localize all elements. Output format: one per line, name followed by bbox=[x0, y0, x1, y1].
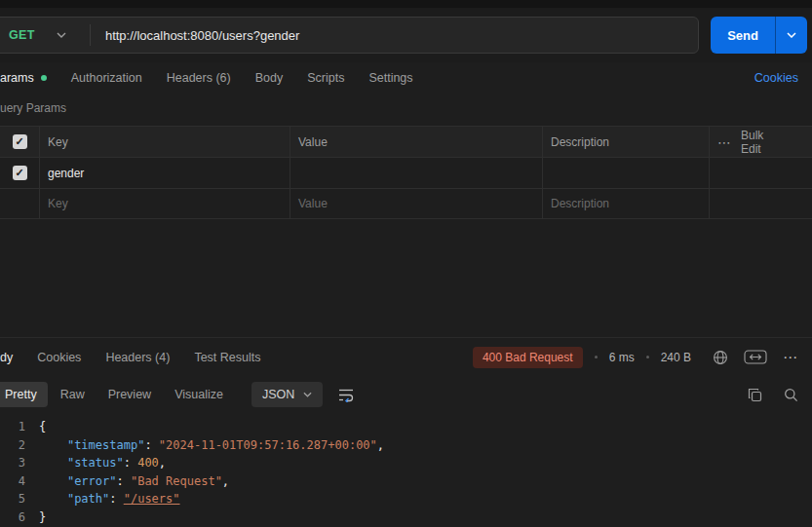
response-body-code: 1{2 "timestamp": "2024-11-01T09:57:16.28… bbox=[0, 413, 812, 526]
code-line-content: { bbox=[25, 418, 46, 436]
view-raw-button[interactable]: Raw bbox=[50, 382, 96, 407]
method-label: GET bbox=[9, 28, 35, 42]
param-description-cell[interactable] bbox=[542, 158, 709, 188]
view-pretty-button[interactable]: Pretty bbox=[0, 382, 48, 407]
dot-separator bbox=[595, 356, 598, 358]
request-url-container: GET bbox=[0, 17, 699, 54]
method-chevron-icon bbox=[57, 32, 66, 38]
response-size: 240 B bbox=[661, 351, 691, 364]
code-token: , bbox=[377, 438, 384, 452]
request-response-gap bbox=[0, 219, 812, 337]
response-toolbar: Pretty Raw Preview Visualize JSON bbox=[0, 376, 812, 413]
send-chevron-icon bbox=[787, 32, 796, 38]
app-window: GET Send arams Authorization Headers (6)… bbox=[0, 0, 812, 527]
code-token: : bbox=[109, 492, 123, 506]
column-header-description: Description bbox=[542, 127, 709, 157]
code-line: 6} bbox=[0, 508, 812, 527]
url-bar: GET Send bbox=[0, 8, 812, 62]
code-token: : bbox=[116, 474, 130, 488]
code-token: , bbox=[222, 474, 229, 488]
line-number: 6 bbox=[0, 508, 25, 527]
code-token: "status" bbox=[67, 456, 124, 470]
format-label: JSON bbox=[262, 388, 294, 401]
dot-separator bbox=[646, 356, 649, 358]
code-token: : bbox=[124, 456, 137, 470]
code-line: 1{ bbox=[0, 418, 812, 436]
send-options-button[interactable] bbox=[775, 17, 807, 54]
query-params-table: ✓ Key Value Description ⋯ Bulk Edit ✓ ge… bbox=[0, 126, 812, 219]
params-more-actions-icon[interactable]: ⋯ bbox=[717, 134, 731, 150]
tab-settings[interactable]: Settings bbox=[368, 71, 412, 85]
response-tab-headers[interactable]: Headers (4) bbox=[105, 351, 170, 364]
response-path-link[interactable]: "/users" bbox=[124, 492, 180, 506]
param-row-checkbox[interactable]: ✓ bbox=[13, 166, 27, 180]
code-line-content: "path": "/users" bbox=[25, 490, 180, 508]
line-number: 1 bbox=[0, 418, 25, 436]
resize-pane-icon[interactable] bbox=[742, 348, 769, 366]
wrap-lines-icon[interactable] bbox=[336, 386, 357, 404]
url-input[interactable] bbox=[91, 18, 698, 53]
tab-params-label: arams bbox=[0, 71, 34, 85]
response-more-options-icon[interactable]: ⋯ bbox=[781, 347, 800, 368]
response-tab-test-results[interactable]: Test Results bbox=[194, 351, 260, 364]
code-line-content: "timestamp": "2024-11-01T09:57:16.287+00… bbox=[25, 436, 384, 455]
code-line: 5 "path": "/users" bbox=[0, 490, 812, 508]
placeholder-key-cell[interactable]: Key bbox=[39, 189, 290, 218]
column-header-key: Key bbox=[39, 127, 290, 157]
tab-headers[interactable]: Headers (6) bbox=[167, 71, 231, 85]
code-line: 4 "error": "Bad Request", bbox=[0, 472, 812, 491]
code-token: "2024-11-01T09:57:16.287+00:00" bbox=[159, 438, 377, 452]
toolbar-right-icons bbox=[746, 386, 800, 404]
format-chevron-icon bbox=[303, 392, 312, 397]
tab-scripts[interactable]: Scripts bbox=[307, 71, 344, 85]
response-status-group: 400 Bad Request 6 ms 240 B ⋯ bbox=[473, 347, 800, 368]
tab-params[interactable]: arams bbox=[0, 71, 47, 85]
tab-body[interactable]: Body bbox=[255, 71, 284, 85]
column-header-value: Value bbox=[290, 127, 542, 157]
response-tab-body[interactable]: dy bbox=[0, 351, 13, 364]
response-header: dy Cookies Headers (4) Test Results 400 … bbox=[0, 337, 812, 376]
request-tab-bar: arams Authorization Headers (6) Body Scr… bbox=[0, 62, 812, 94]
select-all-checkbox[interactable]: ✓ bbox=[13, 134, 27, 149]
format-selector[interactable]: JSON bbox=[251, 382, 323, 407]
code-lines: 1{2 "timestamp": "2024-11-01T09:57:16.28… bbox=[0, 418, 812, 526]
placeholder-value-cell[interactable]: Value bbox=[290, 189, 542, 218]
code-token: "error" bbox=[67, 474, 117, 488]
code-token: : bbox=[144, 438, 158, 452]
params-active-dot bbox=[41, 75, 47, 81]
code-token: "timestamp" bbox=[67, 438, 144, 452]
tab-authorization[interactable]: Authorization bbox=[71, 71, 142, 85]
bulk-edit-button[interactable]: Bulk Edit bbox=[741, 129, 787, 156]
code-token: { bbox=[39, 420, 46, 433]
placeholder-description-cell[interactable]: Description bbox=[542, 189, 709, 218]
network-globe-icon[interactable] bbox=[711, 348, 730, 367]
code-token bbox=[39, 456, 67, 470]
response-tab-cookies[interactable]: Cookies bbox=[37, 351, 81, 364]
code-line-content: } bbox=[25, 508, 46, 527]
view-preview-button[interactable]: Preview bbox=[97, 382, 162, 407]
method-selector[interactable]: GET bbox=[0, 18, 90, 53]
cookies-link[interactable]: Cookies bbox=[754, 71, 798, 85]
code-token bbox=[39, 438, 67, 452]
code-token: "Bad Request" bbox=[131, 474, 222, 488]
line-number: 5 bbox=[0, 490, 25, 508]
param-row: ✓ gender bbox=[0, 157, 812, 188]
code-token: "path" bbox=[67, 492, 109, 506]
search-response-icon[interactable] bbox=[782, 386, 800, 404]
code-token: 400 bbox=[137, 456, 159, 470]
code-line-content: "status": 400, bbox=[25, 454, 166, 472]
query-params-title: uery Params bbox=[0, 99, 812, 117]
response-time: 6 ms bbox=[609, 351, 635, 364]
param-key-cell[interactable]: gender bbox=[39, 158, 290, 188]
copy-response-icon[interactable] bbox=[746, 386, 764, 404]
code-token bbox=[39, 474, 67, 488]
view-visualize-button[interactable]: Visualize bbox=[164, 382, 234, 407]
code-line: 3 "status": 400, bbox=[0, 454, 812, 472]
send-button[interactable]: Send bbox=[711, 17, 775, 54]
code-token bbox=[39, 492, 67, 506]
line-number: 2 bbox=[0, 436, 25, 455]
param-value-cell[interactable] bbox=[290, 158, 542, 188]
param-placeholder-row: Key Value Description bbox=[0, 188, 812, 219]
code-token: , bbox=[159, 456, 166, 470]
line-number: 3 bbox=[0, 454, 25, 472]
